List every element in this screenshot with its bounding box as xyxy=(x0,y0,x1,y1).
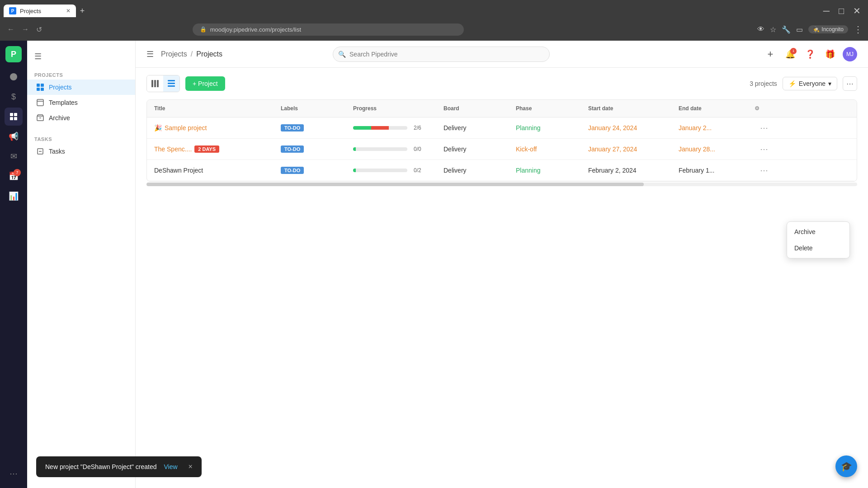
col-title[interactable]: Title xyxy=(147,100,274,117)
help-fab-button[interactable]: 🎓 xyxy=(835,455,857,477)
col-board[interactable]: Board xyxy=(436,100,509,117)
row3-progress: 0/2 xyxy=(346,162,436,179)
row2-progress-fill xyxy=(353,147,356,151)
maximize-button[interactable]: □ xyxy=(835,4,848,18)
table-row: The Spenc.... 2 DAYS TO-DO 0/0 Delivery … xyxy=(147,139,857,160)
svg-rect-15 xyxy=(151,80,153,87)
context-menu-delete[interactable]: Delete xyxy=(787,240,849,256)
col-phase[interactable]: Phase xyxy=(509,100,581,117)
col-settings[interactable]: ⚙ xyxy=(753,100,771,117)
row3-board: Delivery xyxy=(436,161,509,179)
svg-rect-11 xyxy=(37,116,43,121)
row3-label-badge: TO-DO xyxy=(281,167,304,174)
browser-menu-icon[interactable]: ⋮ xyxy=(854,24,863,35)
search-bar: 🔍 xyxy=(333,47,550,62)
rail-mail-icon[interactable]: ✉ xyxy=(5,147,23,165)
row2-menu-icon[interactable]: ⋯ xyxy=(760,144,768,154)
row1-progress-green xyxy=(353,126,371,130)
row3-labels: TO-DO xyxy=(274,161,346,179)
projects-icon xyxy=(36,83,44,91)
row1-title[interactable]: 🎉 Sample project xyxy=(147,119,274,137)
scroll-thumb xyxy=(146,183,644,186)
row2-days-badge: 2 DAYS xyxy=(194,145,219,153)
filter-button[interactable]: ⚡ Everyone ▾ xyxy=(783,77,837,90)
forward-button[interactable]: → xyxy=(20,23,31,35)
row3-progress-fill xyxy=(353,169,356,172)
sidebar-templates-label: Templates xyxy=(49,99,78,106)
templates-icon xyxy=(36,99,44,107)
rail-projects-icon[interactable] xyxy=(5,108,23,126)
row2-title-link[interactable]: The Spenc.... xyxy=(154,145,192,153)
address-bar[interactable]: 🔒 moodjoy.pipedrive.com/projects/list xyxy=(193,23,464,36)
rail-currency-icon[interactable]: $ xyxy=(5,88,23,106)
list-view-button[interactable] xyxy=(163,75,179,92)
search-icon: 🔍 xyxy=(338,51,346,58)
notifications-button[interactable]: 🔔 1 xyxy=(783,47,797,61)
toast-message: New project "DeShawn Project" created xyxy=(45,463,157,470)
toast-view-link[interactable]: View xyxy=(164,463,178,470)
rail-home-icon[interactable] xyxy=(5,68,23,86)
projects-table: Title Labels Progress Board Phase Start … xyxy=(146,99,857,182)
col-labels[interactable]: Labels xyxy=(274,100,346,117)
row2-menu[interactable]: ⋯ xyxy=(753,139,771,160)
col-progress[interactable]: Progress xyxy=(346,100,436,117)
row3-menu-icon[interactable]: ⋯ xyxy=(760,165,768,175)
back-button[interactable]: ← xyxy=(5,23,16,35)
rail-megaphone-icon[interactable]: 📢 xyxy=(5,127,23,145)
row1-end-date: January 2... xyxy=(671,119,753,137)
row3-progress-bar xyxy=(353,169,407,172)
sidebar-item-tasks[interactable]: Tasks xyxy=(27,144,135,159)
horizontal-scrollbar[interactable] xyxy=(146,183,857,186)
row1-menu[interactable]: ⋯ xyxy=(753,117,771,138)
col-start-date[interactable]: Start date xyxy=(581,100,671,117)
gift-button[interactable]: 🎁 xyxy=(823,47,837,61)
row2-title[interactable]: The Spenc.... 2 DAYS xyxy=(147,140,274,158)
sidebar-menu-icon[interactable]: ☰ xyxy=(34,52,42,61)
row2-phase: Kick-off xyxy=(509,140,581,158)
svg-rect-19 xyxy=(168,83,175,84)
app-logo[interactable]: P xyxy=(5,46,22,62)
hamburger-menu[interactable]: ☰ xyxy=(146,49,154,59)
kanban-view-button[interactable] xyxy=(147,75,163,92)
context-menu-archive[interactable]: Archive xyxy=(787,224,849,240)
new-tab-button[interactable]: + xyxy=(76,5,89,17)
breadcrumb-root[interactable]: Projects xyxy=(161,50,187,58)
tasks-section-label: TASKS xyxy=(27,133,135,144)
row3-progress-count: 0/2 xyxy=(414,167,421,174)
toast-close-button[interactable]: × xyxy=(189,463,193,471)
view-toggle xyxy=(146,75,180,92)
toolbar: + Project 3 projects ⚡ Everyone ▾ ⋯ xyxy=(146,75,857,92)
rail-calendar-icon[interactable]: 📅 7 xyxy=(5,167,23,185)
extensions-icon[interactable]: 🔧 xyxy=(782,25,791,34)
row2-labels: TO-DO xyxy=(274,140,346,158)
filter-label: Everyone xyxy=(799,80,826,87)
row1-progress-bar xyxy=(353,126,407,130)
add-project-button[interactable]: + Project xyxy=(185,76,225,91)
global-add-button[interactable]: + xyxy=(763,47,778,61)
rail-more-icon[interactable]: ⋯ xyxy=(5,465,23,483)
help-button[interactable]: ❓ xyxy=(803,47,817,61)
sidebar-item-projects[interactable]: Projects xyxy=(27,80,135,95)
minimize-button[interactable]: ─ xyxy=(820,4,833,18)
browser-tab[interactable]: P Projects ✕ xyxy=(4,5,76,17)
row1-menu-icon[interactable]: ⋯ xyxy=(760,123,768,133)
tab-close-button[interactable]: ✕ xyxy=(66,8,71,14)
calendar-badge: 7 xyxy=(14,169,21,176)
sidebar-item-archive[interactable]: Archive xyxy=(27,110,135,126)
svg-rect-17 xyxy=(157,80,159,87)
close-button[interactable]: ✕ xyxy=(849,4,864,18)
row3-menu[interactable]: ⋯ xyxy=(753,160,771,181)
row2-progress-bar xyxy=(353,147,407,151)
row3-title[interactable]: DeShawn Project xyxy=(147,161,274,179)
more-options-button[interactable]: ⋯ xyxy=(843,76,857,91)
col-end-date[interactable]: End date xyxy=(671,100,753,117)
user-avatar[interactable]: MJ xyxy=(843,47,857,61)
sidebar-toggle-icon[interactable]: ▭ xyxy=(796,25,803,34)
rail-chart-icon[interactable]: 📊 xyxy=(5,187,23,205)
search-input[interactable] xyxy=(333,47,550,62)
row1-title-link[interactable]: Sample project xyxy=(165,124,207,131)
sidebar-item-templates[interactable]: Templates xyxy=(27,95,135,110)
row1-label-badge: TO-DO xyxy=(281,124,304,131)
star-icon[interactable]: ☆ xyxy=(770,25,776,34)
reload-button[interactable]: ↺ xyxy=(34,23,44,36)
